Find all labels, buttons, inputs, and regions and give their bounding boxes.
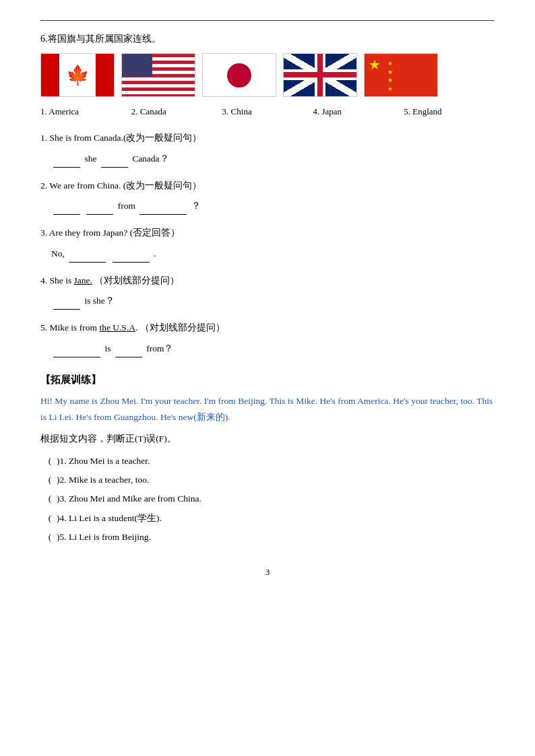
judge-item-4: ( )4. Li Lei is a student(学生). [43,509,495,528]
q3-answer: No, . [51,244,495,263]
page-number: 3 [40,567,495,578]
flag-usa [121,53,195,97]
q2-blank1 [53,203,80,215]
q5-text: 5. Mike is from the U.S.A. （对划线部分提问） [40,320,495,335]
judge-paren-3: ( [43,489,57,508]
extension-title: 【拓展训练】 [40,374,495,386]
q4-blank1 [53,298,80,310]
japan-circle [227,63,251,88]
q4-text: 4. She is Jane. （对划线部分提问） [40,273,495,288]
top-divider [40,20,495,21]
q1-blank1 [53,156,80,168]
judge-paren-4: ( [43,509,57,528]
judge-item-3: ( )3. Zhou Mei and Mike are from China. [43,489,495,508]
q2-blank2 [86,203,113,215]
judge-paren-2: ( [43,471,57,489]
q3-blank2 [113,250,150,263]
usa-canton [122,54,152,77]
country-2: 2. Canada [131,106,222,117]
china-main-star: ★ [369,58,381,71]
q2-blank3 [139,203,187,215]
extension-section: 【拓展训练】 Hi! My name is Zhou Mei. I'm your… [40,374,495,547]
q5-blank2 [115,345,142,357]
extension-passage: Hi! My name is Zhou Mei. I'm your teache… [40,393,495,426]
question-5: 5. Mike is from the U.S.A. （对划线部分提问） is … [40,320,495,357]
q5-answer: is from？ [51,339,495,357]
q1-text: 1. She is from Canada.(改为一般疑问句） [40,131,495,145]
q1-answer: she Canada？ [51,149,495,168]
q1-blank2 [101,156,128,168]
country-4: 4. Japan [313,106,404,117]
countries-row: 1. America 2. Canada 3. China 4. Japan 5… [40,106,495,117]
questions-section: 1. She is from Canada.(改为一般疑问句） she Cana… [40,131,495,357]
judge-instruction: 根据短文内容，判断正(T)误(F)。 [40,433,495,445]
q2-answer: from ？ [51,197,495,215]
flag-uk [283,53,357,97]
q5-blank1 [53,345,100,357]
judge-item-1: ( )1. Zhou Mei is a teacher. [43,452,495,471]
country-5: 5. England [404,106,495,117]
question-4: 4. She is Jane. （对划线部分提问） is she？ [40,273,495,310]
maple-leaf-icon: 🍁 [66,64,90,86]
judge-item-5: ( )5. Li Lei is from Beijing. [43,528,495,547]
question-3: 3. Are they from Japan? (否定回答） No, . [40,226,495,263]
q2-text: 2. We are from China. (改为一般疑问句） [40,178,495,193]
country-1: 1. America [40,106,131,117]
country-3: 3. China [222,106,313,117]
china-small-stars: ★★★★ [387,59,393,93]
q4-answer: is she？ [51,291,495,310]
q3-text: 3. Are they from Japan? (否定回答） [40,226,495,240]
flag-canada: 🍁 [40,53,115,97]
question-1: 1. She is from Canada.(改为一般疑问句） she Cana… [40,131,495,168]
q5-underline: the U.S.A [99,322,135,333]
uk-cross [284,54,356,96]
flag-japan [202,53,276,97]
question-2: 2. We are from China. (改为一般疑问句） from ？ [40,178,495,215]
judge-paren-5: ( [43,528,57,547]
q3-blank1 [69,250,106,263]
flag-china: ★ ★★★★ [364,53,438,97]
q4-underline: Jane. [74,275,92,285]
section6-label: 6.将国旗与其所属国家连线。 [40,33,495,45]
judge-item-2: ( )2. Mike is a teacher, too. [43,471,495,489]
judge-paren-1: ( [43,452,57,471]
flags-container: 🍁 ★ ★★★★ [40,53,495,97]
